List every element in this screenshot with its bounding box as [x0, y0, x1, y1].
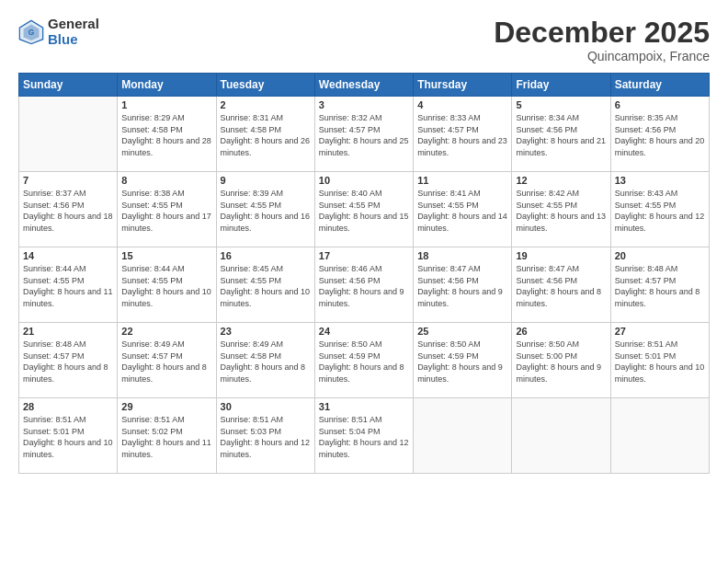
calendar-cell: 8Sunrise: 8:38 AMSunset: 4:55 PMDaylight… — [118, 172, 216, 247]
day-number: 3 — [319, 99, 409, 110]
calendar-cell: 24Sunrise: 8:50 AMSunset: 4:59 PMDayligh… — [314, 323, 413, 398]
day-number: 31 — [319, 401, 409, 412]
day-number: 27 — [615, 326, 705, 337]
day-info: Sunrise: 8:51 AMSunset: 5:03 PMDaylight:… — [221, 414, 311, 460]
day-number: 7 — [23, 175, 113, 186]
calendar-cell — [610, 398, 709, 474]
day-number: 25 — [417, 326, 507, 337]
day-info: Sunrise: 8:44 AMSunset: 4:55 PMDaylight:… — [23, 263, 113, 309]
day-number: 24 — [319, 326, 409, 337]
calendar-cell: 18Sunrise: 8:47 AMSunset: 4:56 PMDayligh… — [414, 247, 512, 323]
svg-text:G: G — [28, 27, 35, 36]
day-number: 19 — [516, 250, 606, 261]
day-number: 10 — [319, 175, 409, 186]
day-number: 18 — [417, 250, 507, 261]
day-number: 28 — [23, 401, 113, 412]
calendar-cell: 14Sunrise: 8:44 AMSunset: 4:55 PMDayligh… — [19, 247, 118, 323]
day-info: Sunrise: 8:44 AMSunset: 4:55 PMDaylight:… — [121, 263, 211, 309]
day-info: Sunrise: 8:37 AMSunset: 4:56 PMDaylight:… — [23, 188, 113, 234]
day-info: Sunrise: 8:49 AMSunset: 4:58 PMDaylight:… — [221, 339, 311, 385]
day-number: 17 — [319, 250, 409, 261]
calendar-cell: 23Sunrise: 8:49 AMSunset: 4:58 PMDayligh… — [216, 323, 314, 398]
day-info: Sunrise: 8:38 AMSunset: 4:55 PMDaylight:… — [121, 188, 211, 234]
title-block: December 2025 Quincampoix, France — [494, 17, 710, 63]
day-number: 30 — [221, 401, 311, 412]
day-info: Sunrise: 8:29 AMSunset: 4:58 PMDaylight:… — [121, 112, 211, 158]
weekday-header: Monday — [118, 74, 216, 97]
weekday-header: Friday — [512, 74, 610, 97]
calendar-cell: 19Sunrise: 8:47 AMSunset: 4:56 PMDayligh… — [512, 247, 610, 323]
calendar-cell: 26Sunrise: 8:50 AMSunset: 5:00 PMDayligh… — [512, 323, 610, 398]
day-info: Sunrise: 8:51 AMSunset: 5:01 PMDaylight:… — [615, 339, 705, 385]
calendar-week-row: 1Sunrise: 8:29 AMSunset: 4:58 PMDaylight… — [19, 97, 710, 172]
calendar-week-row: 21Sunrise: 8:48 AMSunset: 4:57 PMDayligh… — [19, 323, 710, 398]
calendar-cell: 22Sunrise: 8:49 AMSunset: 4:57 PMDayligh… — [118, 323, 216, 398]
day-info: Sunrise: 8:47 AMSunset: 4:56 PMDaylight:… — [516, 263, 606, 309]
day-info: Sunrise: 8:39 AMSunset: 4:55 PMDaylight:… — [221, 188, 311, 234]
calendar-week-row: 28Sunrise: 8:51 AMSunset: 5:01 PMDayligh… — [19, 398, 710, 474]
day-info: Sunrise: 8:50 AMSunset: 5:00 PMDaylight:… — [516, 339, 606, 385]
logo-text: General Blue — [48, 17, 99, 47]
calendar-cell: 11Sunrise: 8:41 AMSunset: 4:55 PMDayligh… — [414, 172, 512, 247]
calendar-cell: 15Sunrise: 8:44 AMSunset: 4:55 PMDayligh… — [118, 247, 216, 323]
calendar-table: SundayMondayTuesdayWednesdayThursdayFrid… — [18, 73, 710, 474]
day-info: Sunrise: 8:33 AMSunset: 4:57 PMDaylight:… — [417, 112, 507, 158]
calendar-header: SundayMondayTuesdayWednesdayThursdayFrid… — [19, 74, 710, 97]
day-info: Sunrise: 8:43 AMSunset: 4:55 PMDaylight:… — [615, 188, 705, 234]
weekday-header: Wednesday — [314, 74, 413, 97]
day-number: 14 — [23, 250, 113, 261]
day-info: Sunrise: 8:51 AMSunset: 5:01 PMDaylight:… — [23, 414, 113, 460]
day-number: 9 — [221, 175, 311, 186]
calendar-cell: 25Sunrise: 8:50 AMSunset: 4:59 PMDayligh… — [414, 323, 512, 398]
page: G General Blue December 2025 Quincampoix… — [0, 0, 728, 563]
day-info: Sunrise: 8:32 AMSunset: 4:57 PMDaylight:… — [319, 112, 409, 158]
day-info: Sunrise: 8:46 AMSunset: 4:56 PMDaylight:… — [319, 263, 409, 309]
day-info: Sunrise: 8:41 AMSunset: 4:55 PMDaylight:… — [417, 188, 507, 234]
day-number: 20 — [615, 250, 705, 261]
day-number: 6 — [615, 99, 705, 110]
calendar-cell: 6Sunrise: 8:35 AMSunset: 4:56 PMDaylight… — [610, 97, 709, 172]
logo-blue: Blue — [48, 32, 99, 48]
day-number: 13 — [615, 175, 705, 186]
calendar-cell: 12Sunrise: 8:42 AMSunset: 4:55 PMDayligh… — [512, 172, 610, 247]
day-number: 15 — [121, 250, 211, 261]
calendar-cell — [512, 398, 610, 474]
day-info: Sunrise: 8:34 AMSunset: 4:56 PMDaylight:… — [516, 112, 606, 158]
calendar-cell: 13Sunrise: 8:43 AMSunset: 4:55 PMDayligh… — [610, 172, 709, 247]
day-number: 1 — [121, 99, 211, 110]
calendar-cell: 28Sunrise: 8:51 AMSunset: 5:01 PMDayligh… — [19, 398, 118, 474]
day-info: Sunrise: 8:31 AMSunset: 4:58 PMDaylight:… — [221, 112, 311, 158]
calendar-cell: 16Sunrise: 8:45 AMSunset: 4:55 PMDayligh… — [216, 247, 314, 323]
day-info: Sunrise: 8:45 AMSunset: 4:55 PMDaylight:… — [221, 263, 311, 309]
weekday-header: Saturday — [610, 74, 709, 97]
calendar-cell: 10Sunrise: 8:40 AMSunset: 4:55 PMDayligh… — [314, 172, 413, 247]
logo-general: General — [48, 17, 99, 32]
calendar-cell: 30Sunrise: 8:51 AMSunset: 5:03 PMDayligh… — [216, 398, 314, 474]
day-number: 8 — [121, 175, 211, 186]
day-info: Sunrise: 8:47 AMSunset: 4:56 PMDaylight:… — [417, 263, 507, 309]
calendar-cell: 2Sunrise: 8:31 AMSunset: 4:58 PMDaylight… — [216, 97, 314, 172]
weekday-header: Thursday — [414, 74, 512, 97]
day-number: 11 — [417, 175, 507, 186]
calendar-cell: 5Sunrise: 8:34 AMSunset: 4:56 PMDaylight… — [512, 97, 610, 172]
day-number: 5 — [516, 99, 606, 110]
day-number: 21 — [23, 326, 113, 337]
calendar-cell: 1Sunrise: 8:29 AMSunset: 4:58 PMDaylight… — [118, 97, 216, 172]
calendar-cell: 4Sunrise: 8:33 AMSunset: 4:57 PMDaylight… — [414, 97, 512, 172]
weekday-row: SundayMondayTuesdayWednesdayThursdayFrid… — [19, 74, 710, 97]
weekday-header: Sunday — [19, 74, 118, 97]
calendar-cell — [414, 398, 512, 474]
calendar-cell: 21Sunrise: 8:48 AMSunset: 4:57 PMDayligh… — [19, 323, 118, 398]
calendar-cell — [19, 97, 118, 172]
logo-icon: G — [18, 19, 44, 45]
calendar-cell: 31Sunrise: 8:51 AMSunset: 5:04 PMDayligh… — [314, 398, 413, 474]
day-number: 12 — [516, 175, 606, 186]
logo: G General Blue — [18, 17, 99, 47]
day-number: 16 — [221, 250, 311, 261]
day-info: Sunrise: 8:50 AMSunset: 4:59 PMDaylight:… — [319, 339, 409, 385]
day-number: 22 — [121, 326, 211, 337]
calendar-cell: 9Sunrise: 8:39 AMSunset: 4:55 PMDaylight… — [216, 172, 314, 247]
day-info: Sunrise: 8:51 AMSunset: 5:04 PMDaylight:… — [319, 414, 409, 460]
day-number: 2 — [221, 99, 311, 110]
day-number: 23 — [221, 326, 311, 337]
